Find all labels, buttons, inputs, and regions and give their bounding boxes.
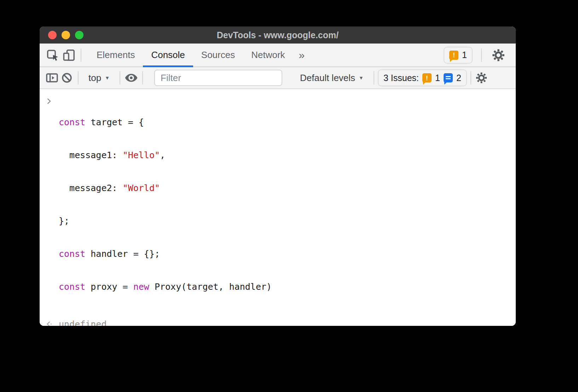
issues-summary-button[interactable]: 3 Issues: ! 1 2 [378, 69, 467, 86]
chevron-down-icon: ▼ [105, 75, 110, 81]
message-bubble-icon [444, 73, 453, 82]
ban-circle-icon [61, 72, 73, 84]
more-tabs-button[interactable]: » [293, 44, 311, 67]
toolbar-separator [81, 48, 81, 62]
error-bubble-icon: ! [449, 51, 458, 60]
live-expression-eye-button[interactable] [124, 70, 139, 86]
context-label: top [88, 73, 101, 83]
error-count: 1 [462, 50, 467, 60]
toolbar-separator [78, 71, 79, 85]
devtools-window: DevTools - www.google.com/ [40, 27, 516, 326]
code-block: const target = { message1: "Hello", mess… [59, 95, 272, 314]
inspect-cursor-icon [46, 48, 59, 62]
tab-elements[interactable]: Elements [88, 44, 143, 67]
toolbar-separator [120, 71, 120, 85]
levels-label: Default levels [300, 73, 355, 83]
console-result-entry: undefined [40, 317, 516, 326]
result-value: undefined [59, 319, 106, 326]
gear-icon [492, 48, 505, 62]
log-levels-selector[interactable]: Default levels ▼ [300, 73, 364, 83]
sidebar-panel-icon [45, 71, 59, 85]
panel-tabs: Elements Console Sources Network » [88, 44, 310, 67]
chevron-down-icon: ▼ [359, 75, 364, 81]
main-toolbar: Elements Console Sources Network » ! 1 [40, 44, 516, 67]
device-toolbar-button[interactable] [61, 44, 77, 67]
inspect-element-button[interactable] [45, 44, 61, 67]
error-count-button[interactable]: ! 1 [444, 47, 473, 64]
toolbar-separator [470, 71, 471, 85]
console-settings-button[interactable] [475, 70, 488, 86]
issues-message-count: 2 [456, 73, 461, 83]
settings-button[interactable] [490, 48, 507, 62]
tab-sources[interactable]: Sources [193, 44, 243, 67]
page-background: DevTools - www.google.com/ [0, 0, 578, 392]
gear-icon [475, 72, 487, 84]
error-bubble-icon: ! [422, 73, 432, 82]
result-arrow-icon [40, 320, 59, 326]
toolbar-separator [374, 71, 374, 85]
issues-error-count: 1 [435, 73, 440, 83]
eye-icon [124, 71, 138, 85]
double-chevron-icon: » [299, 49, 305, 61]
title-bar: DevTools - www.google.com/ [40, 27, 516, 44]
toolbar-separator [142, 71, 143, 85]
console-output: const target = { message1: "Hello", mess… [40, 89, 516, 326]
tab-network[interactable]: Network [243, 44, 293, 67]
device-toolbar-icon [62, 48, 76, 62]
console-toolbar: top ▼ Default levels ▼ [40, 67, 516, 89]
window-title: DevTools - www.google.com/ [40, 30, 516, 40]
clear-console-button[interactable] [59, 70, 74, 86]
console-input-entry: const target = { message1: "Hello", mess… [40, 95, 516, 314]
toolbar-separator [481, 48, 482, 62]
filter-input[interactable] [154, 70, 282, 86]
tab-console[interactable]: Console [143, 44, 193, 67]
console-sidebar-toggle[interactable] [45, 70, 59, 86]
issues-label: 3 Issues: [383, 73, 419, 83]
context-selector[interactable]: top ▼ [88, 73, 110, 83]
input-chevron-icon [40, 95, 59, 106]
